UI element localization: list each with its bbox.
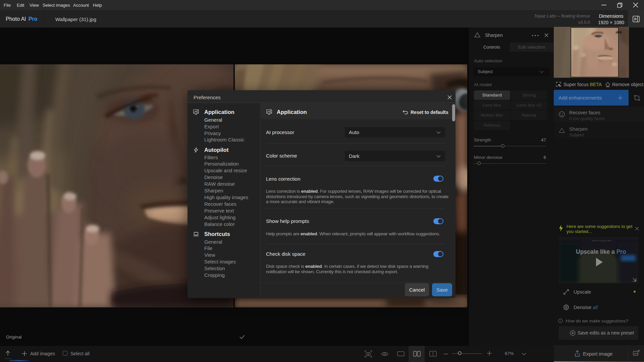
svg-text:Upscale like a Pro: Upscale like a Pro — [576, 248, 626, 255]
svg-text:i: i — [560, 319, 560, 322]
svg-text:Photo AI Special offer: Photo AI Special offer — [592, 240, 611, 242]
